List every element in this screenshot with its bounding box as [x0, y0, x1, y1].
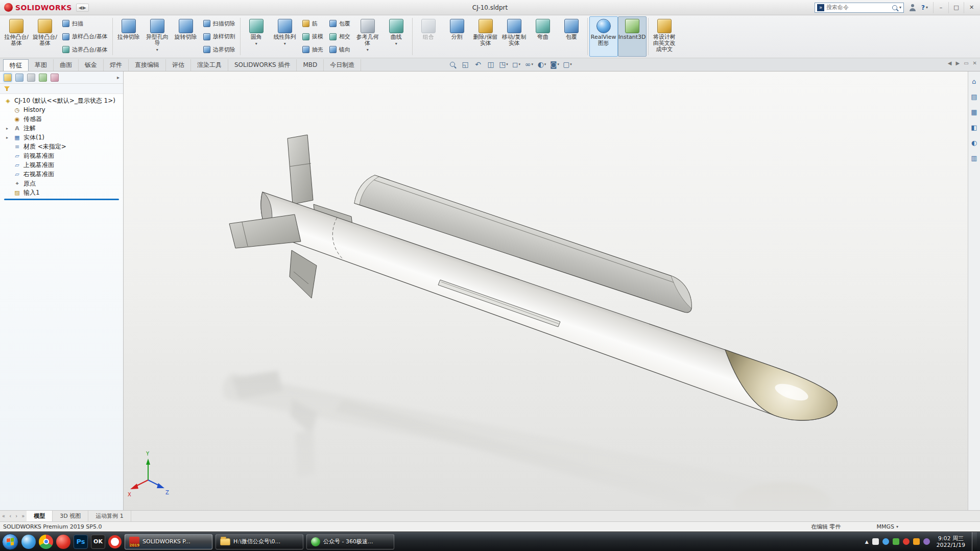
tab-direct-editing[interactable]: 直接编辑 [129, 59, 166, 71]
ribbon-button-sweep-cut[interactable]: 扫描切除 [201, 18, 237, 30]
taskbar-icon-ok-app[interactable]: OK [91, 535, 105, 549]
taskbar-window-folder[interactable]: H:\微信公众号\0... [216, 534, 303, 549]
nav-last-icon[interactable]: » [19, 511, 27, 521]
tab-3d-views[interactable]: 3D 视图 [53, 511, 88, 521]
ribbon-button-revolve-cut[interactable]: 旋转切除 [172, 16, 200, 57]
tray-icon-input[interactable] [923, 538, 930, 545]
search-caret-icon[interactable]: ▾ [899, 5, 901, 10]
displaymanager-tab-icon[interactable] [51, 74, 59, 82]
tree-item-sensors[interactable]: ◉传感器 [0, 114, 123, 124]
zoom-area-icon[interactable]: ◱ [460, 59, 471, 70]
dropdown-caret-icon[interactable]: ▾ [284, 41, 286, 46]
ribbon-button-curves[interactable]: 曲线▾ [382, 16, 411, 57]
edit-appearance-icon[interactable]: ◐▾ [536, 59, 547, 70]
tab-weldments[interactable]: 焊件 [104, 59, 129, 71]
tab-evaluate[interactable]: 评估 [166, 59, 191, 71]
tree-item-right-plane[interactable]: ▱右视基准面 [0, 170, 123, 179]
tab-solidworks-addins[interactable]: SOLIDWORKS 插件 [228, 59, 297, 71]
view-orientation-icon[interactable]: ◳▾ [498, 59, 509, 70]
dropdown-caret-icon[interactable]: ▾ [156, 47, 158, 52]
ribbon-button-macro-translate-tree[interactable]: 将设计树由英文改成中文 [650, 16, 679, 57]
configurationmanager-tab-icon[interactable] [27, 74, 35, 82]
tray-icon-security[interactable] [893, 538, 899, 545]
ribbon-button-revolve-boss[interactable]: 旋转凸台/基体 [31, 16, 59, 57]
dropdown-caret-icon[interactable]: ▾ [255, 41, 257, 46]
taskbar-icon-media-app[interactable] [108, 535, 122, 548]
tray-icon-update[interactable] [913, 538, 920, 545]
cm-back-icon[interactable]: ◀ [948, 60, 952, 66]
tree-item-annotations[interactable]: ▸A注解 [0, 124, 123, 133]
ribbon-button-move-copy-body[interactable]: 移动/复制实体 [500, 16, 529, 57]
cm-close-icon[interactable]: ✕ [973, 60, 977, 66]
view-palette-icon[interactable]: ◧ [970, 123, 979, 132]
ribbon-button-shell[interactable]: 抽壳 [300, 44, 325, 56]
tab-mbd[interactable]: MBD [297, 59, 324, 71]
ribbon-button-loft-cut[interactable]: 放样切割 [201, 31, 237, 42]
tab-render-tools[interactable]: 渲染工具 [191, 59, 228, 71]
tray-expand-icon[interactable]: ▲ [865, 539, 869, 544]
zoom-fit-icon[interactable] [447, 59, 458, 70]
custom-properties-icon[interactable]: ▥ [970, 153, 979, 162]
user-account-icon[interactable] [909, 4, 916, 11]
display-style-icon[interactable]: ◻▾ [511, 59, 522, 70]
taskbar-clock[interactable]: 9:02 周三 2022/1/19 [934, 535, 968, 548]
apply-scene-icon[interactable]: ◙▾ [549, 59, 560, 70]
ribbon-button-boundary-boss[interactable]: 边界凸台/基体 [60, 44, 110, 56]
ribbon-button-extrude-boss[interactable]: 拉伸凸台/基体 [2, 16, 31, 57]
ribbon-button-rib[interactable]: 筋 [300, 18, 325, 30]
tab-model[interactable]: 模型 [27, 511, 53, 521]
tab-sheet-metal[interactable]: 钣金 [79, 59, 104, 71]
dimxpertmanager-tab-icon[interactable] [39, 74, 47, 82]
featuremanager-tab-icon[interactable] [4, 74, 12, 82]
taskbar-window-solidworks[interactable]: 2019 SOLIDWORKS P... [125, 534, 212, 549]
expand-arrow-icon[interactable]: ▸ [6, 135, 8, 140]
ribbon-button-hole-wizard[interactable]: 异型孔向导▾ [143, 16, 172, 57]
ribbon-button-flex[interactable]: 弯曲 [529, 16, 557, 57]
help-button[interactable]: ? ▾ [921, 4, 928, 11]
panel-expand-icon[interactable]: ▸ [117, 75, 119, 80]
search-input[interactable] [826, 4, 890, 11]
status-units[interactable]: MMGS ▾ [876, 523, 898, 530]
tree-item-origin[interactable]: ⌖原点 [0, 179, 123, 188]
tab-surfaces[interactable]: 曲面 [54, 59, 79, 71]
ribbon-button-linear-pattern[interactable]: 线性阵列▾ [271, 16, 299, 57]
search-category-icon[interactable]: » [817, 4, 824, 11]
nav-prev-icon[interactable]: ‹ [7, 511, 13, 521]
start-button[interactable] [2, 534, 18, 550]
ribbon-button-delete-keep-body[interactable]: 删除/保留实体 [471, 16, 500, 57]
ribbon-button-extrude-cut[interactable]: 拉伸切除 [114, 16, 143, 57]
expand-arrow-icon[interactable]: ▸ [6, 126, 8, 131]
tray-icon-media[interactable] [903, 538, 910, 545]
taskbar-icon-photoshop[interactable]: Ps [74, 535, 88, 549]
tab-motion-study[interactable]: 运动算例 1 [88, 511, 131, 521]
tree-item-imported1[interactable]: ▨输入1 [0, 188, 123, 197]
tab-3dexperience[interactable]: 今日制造 [324, 59, 361, 71]
tray-icon-network[interactable] [882, 538, 889, 545]
section-view-icon[interactable]: ◫ [485, 59, 496, 70]
tree-item-history[interactable]: ◷History [0, 105, 123, 114]
ribbon-button-intersect[interactable]: 相交 [327, 31, 352, 42]
3d-model-canvas[interactable]: X Y Z [124, 71, 968, 510]
tab-features[interactable]: 特征 [3, 59, 29, 71]
nav-first-icon[interactable]: « [0, 511, 7, 521]
ribbon-button-boundary-cut[interactable]: 边界切除 [201, 44, 237, 56]
ribbon-button-instant3d[interactable]: Instant3D [618, 16, 647, 57]
filter-icon[interactable] [4, 86, 10, 91]
ribbon-button-split[interactable]: 分割 [443, 16, 471, 57]
dropdown-caret-icon[interactable]: ▾ [395, 41, 397, 46]
ribbon-button-wrap-body[interactable]: 包覆 [557, 16, 586, 57]
taskbar-icon-red-app[interactable] [56, 535, 70, 549]
ribbon-button-realview-graphics[interactable]: RealView图形 [589, 16, 618, 57]
design-library-icon[interactable]: ▤ [970, 92, 979, 101]
ribbon-button-reference-geometry[interactable]: 参考几何体▾ [353, 16, 382, 57]
file-explorer-icon[interactable]: ▦ [970, 107, 979, 116]
taskbar-window-browser[interactable]: 公众号 - 360极速... [306, 534, 394, 549]
ribbon-button-mirror[interactable]: 镜向 [327, 44, 352, 56]
command-search[interactable]: » ▾ [815, 3, 904, 13]
minimize-button[interactable]: – [933, 2, 948, 13]
resources-icon[interactable]: ⌂ [970, 77, 979, 86]
tray-icon-document[interactable] [872, 538, 879, 545]
search-icon[interactable] [892, 5, 897, 10]
cm-float-icon[interactable]: ▭ [964, 60, 968, 66]
tree-item-material[interactable]: ≡材质 <未指定> [0, 142, 123, 151]
